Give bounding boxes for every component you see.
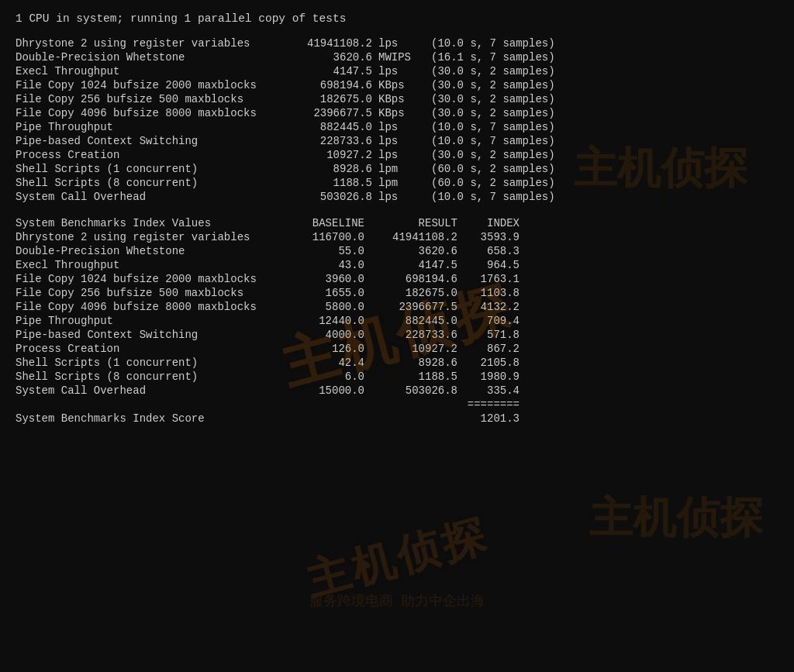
index-row-name: Dhrystone 2 using register variables <box>16 231 279 243</box>
index-header-col4: INDEX <box>457 217 520 229</box>
index-row-index: 571.8 <box>457 329 520 341</box>
index-row-result: 41941108.2 <box>364 231 457 243</box>
index-row-index: 1103.8 <box>457 287 520 299</box>
bench-samples: (30.0 s, 2 samples) <box>431 79 555 91</box>
index-row-index: 3593.9 <box>457 231 520 243</box>
bench-unit: KBps <box>378 93 425 105</box>
index-row-baseline: 43.0 <box>279 259 364 271</box>
bench-name: File Copy 1024 bufsize 2000 maxblocks <box>16 79 279 91</box>
index-row-index: 867.2 <box>457 343 520 355</box>
index-row-baseline: 42.4 <box>279 357 364 369</box>
index-table-header: System Benchmarks Index ValuesBASELINERE… <box>16 217 778 229</box>
index-row-baseline: 12440.0 <box>279 315 364 327</box>
bench-unit: lps <box>378 65 425 78</box>
bench-name: Pipe-based Context Switching <box>16 135 279 147</box>
index-row-result: 10927.2 <box>364 343 457 355</box>
bench-name: Shell Scripts (8 concurrent) <box>16 177 279 189</box>
index-row-baseline: 4000.0 <box>279 329 364 341</box>
index-row-baseline: 126.0 <box>279 343 364 355</box>
index-row-name: Double-Precision Whetstone <box>16 245 279 257</box>
index-row-index: 1763.1 <box>457 273 520 285</box>
benchmark-row: Process Creation10927.2lps(30.0 s, 2 sam… <box>16 149 778 161</box>
index-row-index: 709.4 <box>457 315 520 327</box>
benchmark-row: File Copy 1024 bufsize 2000 maxblocks698… <box>16 79 778 91</box>
benchmark-list: Dhrystone 2 using register variables4194… <box>16 37 778 203</box>
benchmark-row: Shell Scripts (1 concurrent)8928.6lpm(60… <box>16 163 778 175</box>
index-row: System Call Overhead15000.0503026.8335.4 <box>16 384 778 397</box>
index-row-name: Shell Scripts (1 concurrent) <box>16 357 279 369</box>
index-row-name: File Copy 1024 bufsize 2000 maxblocks <box>16 273 279 285</box>
bench-value: 698194.6 <box>279 79 372 91</box>
index-row-name: File Copy 256 bufsize 500 maxblocks <box>16 287 279 299</box>
bench-unit: KBps <box>378 107 425 119</box>
index-row-result: 4147.5 <box>364 259 457 271</box>
separator-equals: ======== <box>457 398 520 411</box>
index-row-name: Pipe Throughput <box>16 315 279 327</box>
bench-unit: lps <box>378 37 425 50</box>
final-score-row: System Benchmarks Index Score1201.3 <box>16 412 778 425</box>
index-row: File Copy 256 bufsize 500 maxblocks1655.… <box>16 287 778 299</box>
bench-samples: (30.0 s, 2 samples) <box>431 65 555 78</box>
index-row-result: 503026.8 <box>364 384 457 397</box>
index-header-col1: System Benchmarks Index Values <box>16 217 279 229</box>
index-row-baseline: 6.0 <box>279 370 364 383</box>
index-row: File Copy 4096 bufsize 8000 maxblocks580… <box>16 301 778 313</box>
bench-samples: (16.1 s, 7 samples) <box>431 51 555 64</box>
index-row-result: 1188.5 <box>364 370 457 383</box>
index-row-result: 3620.6 <box>364 245 457 257</box>
bench-value: 3620.6 <box>279 51 372 64</box>
index-row: Pipe Throughput12440.0882445.0709.4 <box>16 315 778 327</box>
final-score-value: 1201.3 <box>457 412 520 425</box>
index-row-baseline: 15000.0 <box>279 384 364 397</box>
bench-samples: (10.0 s, 7 samples) <box>431 121 555 133</box>
index-row-result: 8928.6 <box>364 357 457 369</box>
index-row: Pipe-based Context Switching4000.0228733… <box>16 329 778 341</box>
bench-name: Execl Throughput <box>16 65 279 78</box>
index-row-index: 964.5 <box>457 259 520 271</box>
bench-value: 1188.5 <box>279 177 372 189</box>
watermark-sub-text: 服务跨境电商 助力中企出海 <box>304 591 490 610</box>
bench-unit: lps <box>378 149 425 161</box>
bench-name: File Copy 4096 bufsize 8000 maxblocks <box>16 107 279 119</box>
bench-unit: MWIPS <box>378 51 425 64</box>
index-row-result: 2396677.5 <box>364 301 457 313</box>
watermark-bottom-center: 主机侦探 服务跨境电商 助力中企出海 <box>304 529 490 610</box>
benchmark-row: System Call Overhead503026.8lps(10.0 s, … <box>16 191 778 203</box>
index-row-result: 882445.0 <box>364 315 457 327</box>
index-row-name: Process Creation <box>16 343 279 355</box>
index-row: Process Creation126.010927.2867.2 <box>16 343 778 355</box>
bench-value: 8928.6 <box>279 163 372 175</box>
benchmark-row: File Copy 4096 bufsize 8000 maxblocks239… <box>16 107 778 119</box>
index-header-col3: RESULT <box>364 217 457 229</box>
index-row: Dhrystone 2 using register variables1167… <box>16 231 778 243</box>
bench-samples: (30.0 s, 2 samples) <box>431 107 555 119</box>
index-row-index: 1980.9 <box>457 370 520 383</box>
benchmark-row: File Copy 256 bufsize 500 maxblocks18267… <box>16 93 778 105</box>
bench-samples: (10.0 s, 7 samples) <box>431 135 555 147</box>
index-row-index: 335.4 <box>457 384 520 397</box>
separator-row: ======== <box>16 398 778 411</box>
index-row-result: 182675.0 <box>364 287 457 299</box>
bench-unit: KBps <box>378 79 425 91</box>
index-row-baseline: 116700.0 <box>279 231 364 243</box>
bench-unit: lpm <box>378 163 425 175</box>
index-row: Shell Scripts (1 concurrent)42.48928.621… <box>16 357 778 369</box>
index-row-result: 698194.6 <box>364 273 457 285</box>
bench-name: Double-Precision Whetstone <box>16 51 279 64</box>
index-row-baseline: 3960.0 <box>279 273 364 285</box>
index-row-baseline: 5800.0 <box>279 301 364 313</box>
bench-value: 503026.8 <box>279 191 372 203</box>
index-row: Execl Throughput43.04147.5964.5 <box>16 259 778 271</box>
benchmark-row: Dhrystone 2 using register variables4194… <box>16 37 778 50</box>
index-row-baseline: 1655.0 <box>279 287 364 299</box>
bench-name: File Copy 256 bufsize 500 maxblocks <box>16 93 279 105</box>
bench-value: 4147.5 <box>279 65 372 78</box>
bench-samples: (30.0 s, 2 samples) <box>431 149 555 161</box>
main-content: 1 CPU in system; running 1 parallel copy… <box>16 12 778 425</box>
benchmark-row: Execl Throughput4147.5lps(30.0 s, 2 samp… <box>16 65 778 78</box>
benchmark-row: Pipe-based Context Switching228733.6lps(… <box>16 135 778 147</box>
index-row-index: 4132.2 <box>457 301 520 313</box>
index-row-name: Pipe-based Context Switching <box>16 329 279 341</box>
header-line: 1 CPU in system; running 1 parallel copy… <box>16 12 778 25</box>
bench-name: Dhrystone 2 using register variables <box>16 37 279 50</box>
